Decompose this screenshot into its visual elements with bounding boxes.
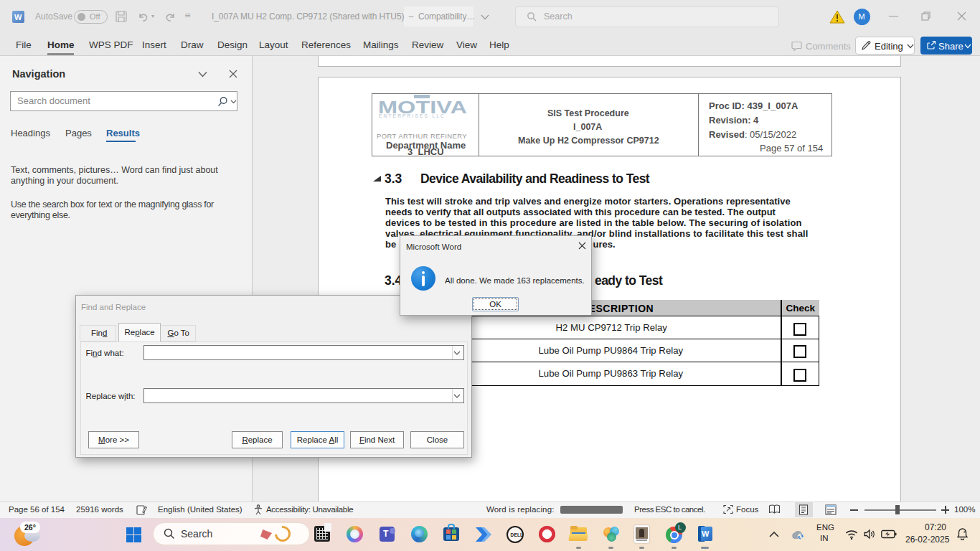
- svg-text:z: z: [963, 529, 966, 534]
